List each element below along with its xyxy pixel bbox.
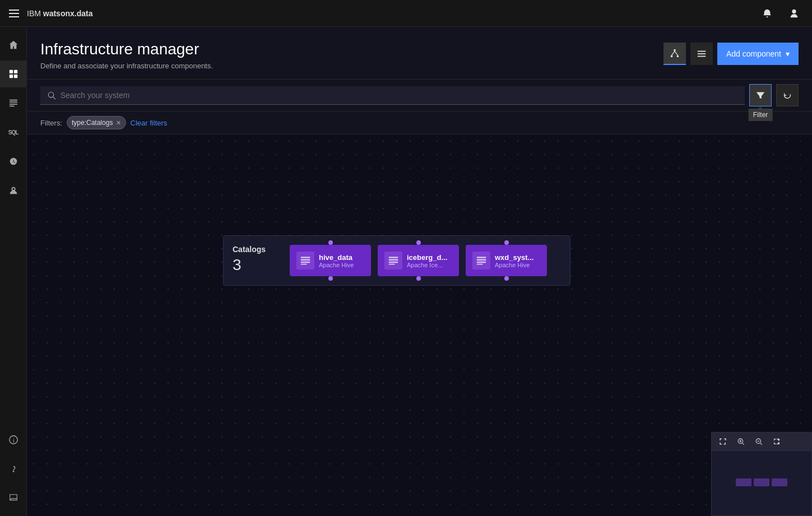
main-layout: SQL i	[0, 27, 812, 516]
minimap-reset-button[interactable]	[770, 435, 783, 448]
svg-point-12	[12, 471, 14, 472]
sidebar-item-query[interactable]: SQL	[0, 119, 27, 146]
svg-rect-33	[477, 262, 486, 263]
sidebar-item-info[interactable]: i	[0, 426, 27, 453]
infrastructure-icon	[8, 69, 18, 79]
svg-line-38	[743, 443, 744, 445]
minimap-fit-button[interactable]	[716, 435, 730, 448]
svg-point-15	[677, 55, 679, 58]
search-input[interactable]	[61, 91, 738, 100]
sql-label: SQL	[8, 129, 18, 136]
filter-button[interactable]	[749, 84, 772, 106]
filter-btn-container: Filter	[749, 84, 772, 106]
svg-line-17	[675, 51, 678, 55]
refresh-button[interactable]	[776, 84, 799, 106]
card-name-wxd: wxd_syst...	[495, 253, 533, 262]
toolbar: Filter	[27, 80, 812, 111]
connector-top-iceberg	[416, 240, 421, 245]
app-name: IBM watsonx.data	[27, 9, 92, 18]
notification-button[interactable]	[758, 4, 776, 22]
svg-point-13	[674, 49, 676, 52]
sidebar-item-history[interactable]	[0, 148, 27, 175]
minimap-bar-2	[754, 478, 769, 486]
sidebar-item-home[interactable]	[0, 31, 27, 58]
card-type-hive: Apache Hive	[319, 262, 354, 268]
sidebar-bottom: i	[0, 426, 27, 516]
svg-rect-24	[301, 259, 310, 261]
minimap-zoomin-button[interactable]	[734, 435, 748, 448]
search-icon	[47, 91, 56, 100]
svg-rect-27	[389, 257, 398, 258]
svg-rect-31	[477, 257, 486, 258]
svg-rect-34	[477, 264, 483, 265]
fit-icon	[719, 438, 727, 445]
svg-rect-1	[13, 70, 17, 73]
list-icon	[697, 49, 707, 59]
page-subtitle: Define and associate your infrastructure…	[40, 62, 213, 70]
card-content-wxd: wxd_syst... Apache Hive	[472, 252, 540, 269]
user-icon	[789, 8, 799, 18]
catalog-icon-wxd	[472, 252, 490, 269]
connector-bottom-wxd	[504, 276, 509, 281]
card-type-wxd: Apache Hive	[495, 262, 533, 268]
svg-point-9	[12, 188, 15, 190]
minimap-zoomout-button[interactable]	[752, 435, 765, 448]
clear-filters-button[interactable]: Clear filters	[131, 119, 168, 127]
nav-left: IBM watsonx.data	[9, 8, 92, 19]
svg-rect-25	[301, 262, 310, 263]
minimap	[711, 432, 812, 516]
home-icon	[8, 40, 18, 50]
filter-tooltip: Filter	[749, 109, 773, 121]
group-count: 3	[233, 256, 283, 274]
table-icon-3	[476, 255, 487, 266]
svg-rect-19	[698, 53, 706, 54]
catalog-card-wxd[interactable]: wxd_syst... Apache Hive	[466, 245, 547, 276]
sidebar-item-catalog[interactable]	[0, 90, 27, 117]
sidebar-item-feedback[interactable]	[0, 485, 27, 512]
hamburger-menu[interactable]	[9, 8, 20, 19]
topology-view-button[interactable]	[663, 43, 686, 65]
refresh-icon	[782, 90, 792, 100]
card-name-iceberg: iceberg_d...	[407, 253, 447, 262]
add-component-button[interactable]: Add component ▾	[717, 43, 799, 65]
content-area: Infrastructure manager Define and associ…	[27, 27, 812, 516]
expand-icon	[773, 438, 781, 445]
connector-top-hive	[328, 240, 333, 245]
svg-rect-0	[9, 70, 12, 73]
sidebar: SQL i	[0, 27, 27, 516]
catalog-cards: hive_data Apache Hive	[290, 245, 547, 276]
filter-tag-close-button[interactable]: ×	[116, 118, 120, 127]
svg-rect-4	[9, 100, 17, 101]
canvas[interactable]: Catalogs 3	[27, 134, 812, 516]
filter-tag-text: type:Catalogs	[72, 119, 113, 127]
catalog-card-iceberg[interactable]: iceberg_d... Apache Ice...	[378, 245, 459, 276]
filter-icon	[755, 90, 765, 100]
feedback-icon	[8, 493, 18, 503]
topology-icon	[670, 48, 680, 58]
group-title: Catalogs	[233, 245, 283, 254]
connector-top-wxd	[504, 240, 509, 245]
svg-rect-26	[301, 264, 307, 265]
card-info-hive: hive_data Apache Hive	[319, 253, 354, 268]
sidebar-item-access[interactable]	[0, 177, 27, 204]
page-header-text: Infrastructure manager Define and associ…	[40, 40, 213, 70]
sidebar-item-infrastructure[interactable]	[0, 61, 27, 87]
sidebar-item-help[interactable]	[0, 455, 27, 482]
list-view-button[interactable]	[690, 43, 713, 65]
catalog-card-hive[interactable]: hive_data Apache Hive	[290, 245, 371, 276]
help-icon	[8, 464, 18, 474]
history-icon	[8, 156, 18, 166]
connector-bottom-hive	[328, 276, 333, 281]
table-icon	[300, 255, 311, 266]
svg-rect-30	[389, 264, 395, 265]
filter-tag: type:Catalogs ×	[67, 116, 126, 129]
svg-rect-28	[389, 259, 398, 261]
svg-point-14	[671, 55, 673, 58]
user-button[interactable]	[785, 4, 803, 22]
zoom-out-icon	[755, 438, 763, 445]
minimap-bar-3	[772, 478, 787, 486]
card-name-hive: hive_data	[319, 253, 354, 262]
catalog-icon	[8, 98, 18, 108]
table-icon-2	[388, 255, 399, 266]
bell-icon	[762, 8, 772, 18]
